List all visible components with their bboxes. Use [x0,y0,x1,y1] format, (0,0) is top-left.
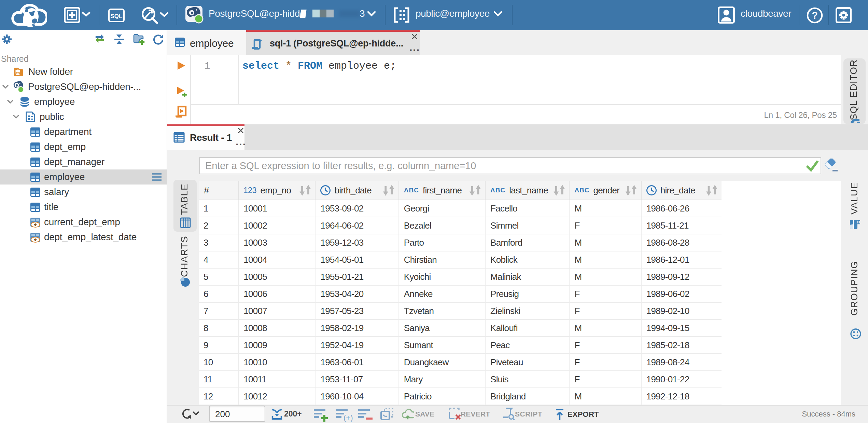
svg-text:(+): (+) [344,413,353,422]
svg-text:SQL: SQL [111,13,123,19]
svg-text:?: ? [812,10,818,21]
